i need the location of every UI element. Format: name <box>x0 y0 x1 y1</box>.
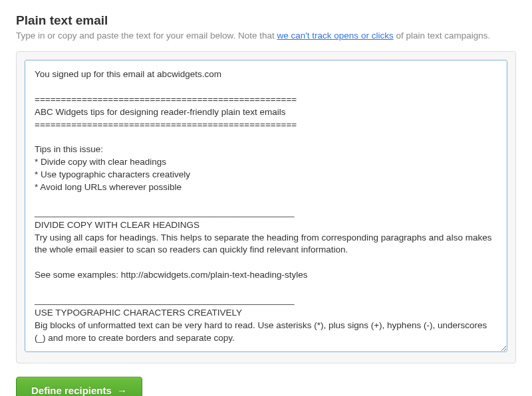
page-title: Plain text email <box>16 13 516 28</box>
tracking-info-link[interactable]: we can't track opens or clicks <box>277 31 393 41</box>
email-body-textarea[interactable] <box>25 60 507 352</box>
subheading-suffix: of plain text campaigns. <box>394 31 491 41</box>
define-recipients-button[interactable]: Define recipients → <box>16 377 142 396</box>
arrow-right-icon: → <box>117 385 127 396</box>
subheading-prefix: Type in or copy and paste the text for y… <box>16 31 277 41</box>
page-subheading: Type in or copy and paste the text for y… <box>16 31 516 41</box>
editor-panel <box>16 51 516 363</box>
define-recipients-label: Define recipients <box>31 385 112 396</box>
